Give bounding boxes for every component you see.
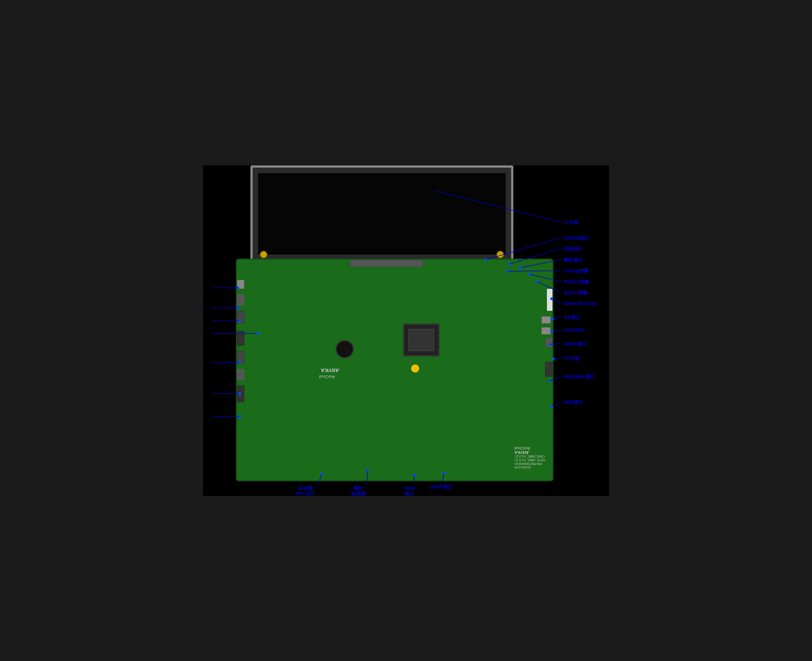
headphone-label: 耳机接口 bbox=[564, 246, 583, 252]
uart2-label: UART接口 bbox=[430, 484, 452, 490]
svg-line-16 bbox=[553, 317, 561, 319]
svg-line-22 bbox=[554, 358, 561, 359]
config-btn-label: Config按键 bbox=[564, 268, 589, 273]
rgb-mpu-label: RGB/MPU接口 bbox=[564, 374, 595, 380]
coin-battery-holder bbox=[335, 340, 354, 358]
tf-card-label: TF卡座 bbox=[564, 356, 579, 361]
boot-btn-label: BOOT按键 bbox=[564, 290, 587, 295]
ak3760d-label: AK3760D bbox=[564, 327, 584, 333]
db9-label: DB9接口 bbox=[203, 391, 204, 397]
coin-battery-label2: 电池座 bbox=[351, 491, 366, 496]
mipi-label: MIPI接口 bbox=[564, 399, 583, 405]
yellow-indicator bbox=[411, 364, 419, 372]
lcd-inner bbox=[258, 173, 506, 255]
usb-serial-label: USB转串口 bbox=[203, 411, 204, 417]
wifi-label: Wi-Fi模组 bbox=[203, 331, 204, 336]
lcd-screen bbox=[250, 165, 513, 262]
linein-label: LINEIN接口 bbox=[564, 235, 589, 241]
coin-battery-label: 纽扣 bbox=[353, 485, 363, 491]
reset-btn-label: RESET按键 bbox=[564, 279, 589, 284]
spi-nor-label: SPI NOR Flash bbox=[564, 301, 597, 307]
cpu-chip bbox=[403, 324, 440, 356]
pcb-board: ANYKA AnyCloud 2019/11/29 PN:PBC500002XX… bbox=[236, 259, 554, 481]
antenna-label: 天线接口 bbox=[203, 318, 204, 324]
speaker-label: 喇叭接口 bbox=[564, 257, 583, 263]
eth-phy-label: 以太网 bbox=[298, 485, 313, 491]
jtag-label: JTAG bbox=[403, 485, 415, 491]
eth-phy-label2: PHY芯片 bbox=[296, 491, 316, 496]
lcd-label: LCD屏 bbox=[564, 219, 579, 225]
usb-serial-label2: 接口 bbox=[203, 417, 204, 422]
main-container: ANYKA AnyCloud 2019/11/29 PN:PBC500002XX… bbox=[203, 165, 609, 496]
i2s-label: I2S接口 bbox=[564, 315, 581, 320]
jtag-label2: 接口 bbox=[404, 491, 414, 496]
micro-usb-label: Micro USB bbox=[203, 285, 204, 291]
usb-host-label: USB Host bbox=[203, 305, 204, 311]
ethernet-label: 以太网接口 bbox=[203, 360, 204, 366]
uart1-label: UART接口 bbox=[564, 341, 586, 346]
